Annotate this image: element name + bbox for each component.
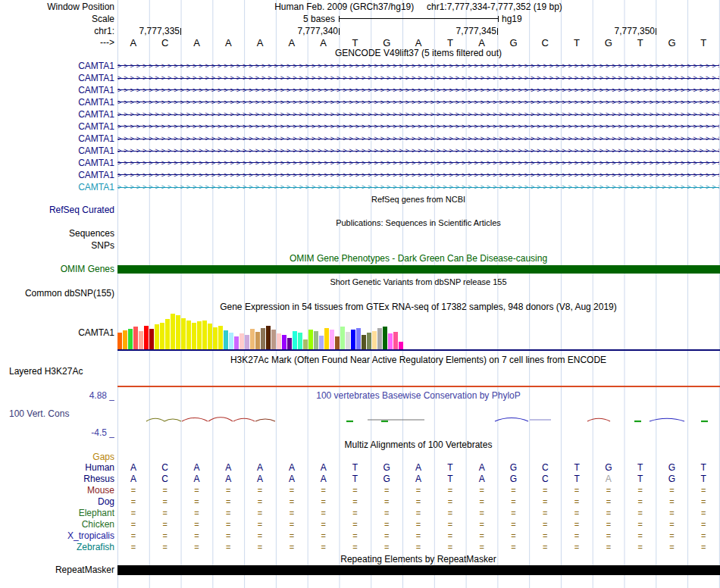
gtex-tissue-bar[interactable] <box>165 319 170 349</box>
alignment-row[interactable]: Gaps <box>0 452 720 463</box>
gtex-tissue-bar[interactable] <box>117 333 122 349</box>
gtex-track-title[interactable]: Gene Expression in 54 tissues from GTEx … <box>117 302 719 312</box>
gtex-tissue-bar[interactable] <box>330 330 334 349</box>
transcript-arrow-line[interactable]: >>>>>>>>>>>>>>>>>>>>>>>>>>>>>>>>>>>>>>>>… <box>117 145 719 156</box>
transcript-gene-label[interactable]: CAMTA1 <box>0 73 114 83</box>
gtex-tissue-bar[interactable] <box>308 330 313 349</box>
gtex-tissue-bar[interactable] <box>128 329 133 349</box>
alignment-row[interactable]: Zebrafish=================== <box>0 542 720 553</box>
gencode-transcript-row[interactable]: CAMTA1>>>>>>>>>>>>>>>>>>>>>>>>>>>>>>>>>>… <box>0 145 720 156</box>
gencode-transcript-row[interactable]: CAMTA1>>>>>>>>>>>>>>>>>>>>>>>>>>>>>>>>>>… <box>0 109 720 120</box>
h3k27ac-track-title[interactable]: H3K27Ac Mark (Often Found Near Active Re… <box>117 355 719 365</box>
gtex-tissue-bar[interactable] <box>229 333 233 349</box>
transcript-arrow-line[interactable]: >>>>>>>>>>>>>>>>>>>>>>>>>>>>>>>>>>>>>>>>… <box>117 170 719 180</box>
gencode-transcript-row[interactable]: CAMTA1>>>>>>>>>>>>>>>>>>>>>>>>>>>>>>>>>>… <box>0 73 720 83</box>
base-ruler[interactable]: ACAAAAATGATAGCTGTGT <box>117 37 719 48</box>
transcript-gene-label[interactable]: CAMTA1 <box>0 61 114 71</box>
sequences-label[interactable]: Sequences <box>0 229 114 239</box>
repeatmasker-label[interactable]: RepeatMasker <box>0 565 114 575</box>
gtex-tissue-bar[interactable] <box>239 333 244 349</box>
transcript-gene-label[interactable]: CAMTA1 <box>0 85 114 95</box>
omim-genes-bar[interactable] <box>117 265 720 274</box>
gtex-tissue-bar[interactable] <box>144 326 149 349</box>
species-label[interactable]: Human <box>0 462 114 474</box>
gtex-tissue-bar[interactable] <box>340 327 345 349</box>
gtex-tissue-bar[interactable] <box>335 336 340 349</box>
gtex-tissue-bar[interactable] <box>293 331 297 349</box>
transcript-gene-label[interactable]: CAMTA1 <box>0 133 114 144</box>
gtex-tissue-bar[interactable] <box>377 328 382 349</box>
transcript-gene-label[interactable]: CAMTA1 <box>0 182 114 192</box>
gtex-tissue-bar[interactable] <box>202 321 207 349</box>
alignment-row[interactable]: X_tropicalis=================== <box>0 530 720 542</box>
transcript-gene-label[interactable]: CAMTA1 <box>0 170 114 180</box>
gtex-tissue-bar[interactable] <box>298 333 302 349</box>
gtex-tissue-bar[interactable] <box>218 326 223 349</box>
gtex-tissue-bar[interactable] <box>287 338 292 349</box>
gtex-tissue-bar[interactable] <box>197 321 202 349</box>
transcript-arrow-line[interactable]: >>>>>>>>>>>>>>>>>>>>>>>>>>>>>>>>>>>>>>>>… <box>117 121 719 132</box>
gtex-gene-label[interactable]: CAMTA1 <box>0 328 114 338</box>
omim-genes-label[interactable]: OMIM Genes <box>0 264 114 274</box>
transcript-arrow-line[interactable]: >>>>>>>>>>>>>>>>>>>>>>>>>>>>>>>>>>>>>>>>… <box>117 85 719 95</box>
gtex-tissue-bar[interactable] <box>213 327 218 349</box>
transcript-gene-label[interactable]: CAMTA1 <box>0 97 114 108</box>
gtex-tissue-bar[interactable] <box>277 333 281 349</box>
gencode-transcript-row[interactable]: CAMTA1>>>>>>>>>>>>>>>>>>>>>>>>>>>>>>>>>>… <box>0 158 720 168</box>
alignment-row[interactable]: Mouse=================== <box>0 485 720 496</box>
gtex-tissue-bar[interactable] <box>346 332 350 349</box>
species-label[interactable]: Gaps <box>0 452 114 463</box>
gtex-tissue-bar[interactable] <box>176 315 180 349</box>
publications-track-title[interactable]: Publications: Sequences in Scientific Ar… <box>117 218 719 227</box>
h3k27ac-signal-line[interactable] <box>117 386 720 387</box>
alignment-row[interactable]: Dog=================== <box>0 496 720 508</box>
gtex-tissue-bar[interactable] <box>399 342 403 349</box>
species-label[interactable]: Dog <box>0 496 114 508</box>
position-ruler[interactable]: 7,777,335 7,777,340 7,777,345 7,777,350 <box>117 26 719 37</box>
transcript-gene-label[interactable]: CAMTA1 <box>0 158 114 168</box>
transcript-arrow-line[interactable]: >>>>>>>>>>>>>>>>>>>>>>>>>>>>>>>>>>>>>>>>… <box>117 61 719 71</box>
gtex-tissue-bar[interactable] <box>186 321 191 349</box>
gtex-tissue-bar[interactable] <box>160 323 164 349</box>
gtex-tissue-bar[interactable] <box>181 318 186 349</box>
gtex-tissue-bar[interactable] <box>255 332 260 349</box>
alignment-row[interactable]: Chicken=================== <box>0 519 720 530</box>
gtex-tissue-bar[interactable] <box>208 324 212 349</box>
gtex-tissue-bar[interactable] <box>319 336 324 349</box>
gtex-tissue-bar[interactable] <box>282 335 286 349</box>
gencode-transcript-row[interactable]: CAMTA1>>>>>>>>>>>>>>>>>>>>>>>>>>>>>>>>>>… <box>0 170 720 180</box>
multiz-track-title[interactable]: Multiz Alignments of 100 Vertebrates <box>117 440 719 450</box>
alignment-row[interactable]: RhesusACAAAAATGATAGCTATGT <box>0 474 720 485</box>
snps-label[interactable]: SNPs <box>0 241 114 251</box>
species-label[interactable]: Mouse <box>0 485 114 496</box>
gtex-tissue-bar[interactable] <box>234 336 239 349</box>
conservation-wiggle[interactable] <box>117 411 719 429</box>
gtex-tissue-bar[interactable] <box>351 330 355 349</box>
conservation-label[interactable]: 100 Vert. Cons <box>9 409 69 419</box>
phylop-track-title[interactable]: 100 vertebrates Basewise Conservation by… <box>117 391 719 401</box>
gtex-tissue-bar[interactable] <box>245 335 249 349</box>
species-label[interactable]: X_tropicalis <box>0 530 114 542</box>
gtex-tissue-bar[interactable] <box>324 328 329 349</box>
gtex-tissue-bar[interactable] <box>224 330 228 349</box>
transcript-arrow-line[interactable]: >>>>>>>>>>>>>>>>>>>>>>>>>>>>>>>>>>>>>>>>… <box>117 73 719 83</box>
gtex-tissue-bar[interactable] <box>372 331 377 349</box>
gtex-tissue-bar[interactable] <box>303 339 308 349</box>
refseq-curated-label[interactable]: RefSeq Curated <box>0 205 114 215</box>
transcript-arrow-line[interactable]: >>>>>>>>>>>>>>>>>>>>>>>>>>>>>>>>>>>>>>>>… <box>117 97 719 108</box>
transcript-gene-label[interactable]: CAMTA1 <box>0 109 114 120</box>
gtex-tissue-bar[interactable] <box>271 330 276 349</box>
gencode-track-title[interactable]: GENCODE V49lift37 (5 items filtered out) <box>117 48 719 58</box>
gtex-tissue-bar[interactable] <box>367 333 371 349</box>
transcript-arrow-line[interactable]: >>>>>>>>>>>>>>>>>>>>>>>>>>>>>>>>>>>>>>>>… <box>117 109 719 120</box>
transcript-gene-label[interactable]: CAMTA1 <box>0 145 114 156</box>
gtex-expression-bar-chart[interactable] <box>117 312 719 349</box>
repeatmasker-element-bar[interactable] <box>117 565 720 575</box>
transcript-arrow-line[interactable]: >>>>>>>>>>>>>>>>>>>>>>>>>>>>>>>>>>>>>>>>… <box>117 182 719 192</box>
h3k27ac-label[interactable]: Layered H3K27Ac <box>9 367 83 377</box>
omim-track-title[interactable]: OMIM Gene Phenotypes - Dark Green Can Be… <box>117 254 719 264</box>
repeatmasker-track-title[interactable]: Repeating Elements by RepeatMasker <box>117 554 719 565</box>
gencode-transcript-row[interactable]: CAMTA1>>>>>>>>>>>>>>>>>>>>>>>>>>>>>>>>>>… <box>0 182 720 192</box>
gtex-tissue-bar[interactable] <box>139 331 143 349</box>
dbsnp-label[interactable]: Common dbSNP(155) <box>0 289 114 299</box>
